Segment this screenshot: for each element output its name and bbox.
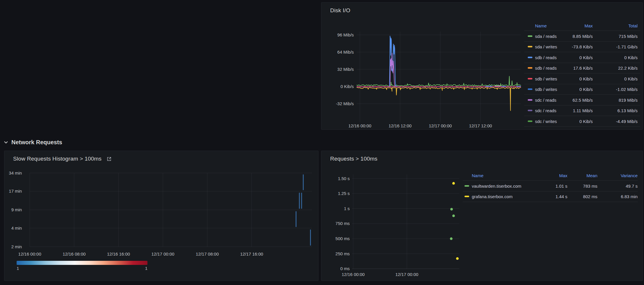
legend-name: sdc / reads bbox=[535, 97, 556, 102]
section-row-network-requests[interactable]: Network Requests bbox=[3, 138, 62, 147]
series-color-swatch bbox=[528, 99, 532, 101]
axis-tick-label: 4 min bbox=[11, 226, 22, 231]
series-line bbox=[357, 87, 521, 111]
external-link-icon[interactable] bbox=[106, 156, 112, 162]
legend-divider bbox=[463, 202, 638, 202]
legend-value: 802 ms bbox=[583, 194, 597, 199]
legend-header-mean[interactable]: Mean bbox=[586, 173, 597, 178]
grafana-dashboard: { "page": { "background": "#111217", "pa… bbox=[0, 0, 644, 285]
legend-value: 819 Mib/s bbox=[619, 97, 638, 102]
series-color-swatch bbox=[528, 57, 532, 58]
series-color-swatch bbox=[528, 67, 532, 69]
legend-name: sda / writes bbox=[535, 44, 557, 49]
axis-tick-label: 1 s bbox=[344, 206, 350, 211]
axis-tick-label: -32 Mib/s bbox=[336, 101, 354, 106]
axis-tick-label: 12/16 00:00 bbox=[18, 251, 41, 256]
series-color-swatch bbox=[464, 185, 469, 187]
legend-row[interactable]: sdc / writes0 Kib/s-4.49 Mib/s bbox=[524, 116, 640, 126]
scatter-point bbox=[450, 208, 453, 210]
axis-tick-label: 12/17 12:00 bbox=[469, 123, 492, 128]
series-color-swatch bbox=[528, 120, 532, 122]
chevron-down-icon[interactable] bbox=[3, 140, 8, 145]
legend-row[interactable]: sdb / writes0 Kib/s0 Kib/s bbox=[524, 73, 640, 84]
axis-tick-label: 12/16 00:00 bbox=[349, 123, 372, 128]
panel-title-requests[interactable]: Requests > 100ms bbox=[330, 156, 377, 162]
legend-header-name[interactable]: Name bbox=[472, 173, 483, 178]
legend-row[interactable]: sdc / reads62.5 Mib/s819 Mib/s bbox=[524, 94, 640, 105]
legend-value: -73.8 Kib/s bbox=[572, 44, 593, 49]
legend-row[interactable]: vaultwarden.tiserbox.com1.01 s783 ms49.7… bbox=[463, 180, 638, 191]
legend-header-variance[interactable]: Variance bbox=[621, 173, 638, 178]
series-color-swatch bbox=[528, 78, 532, 79]
legend-value: 0 Kib/s bbox=[579, 87, 593, 92]
legend-name: grafana.tiserbox.com bbox=[472, 194, 513, 199]
legend-name: sdb / writes bbox=[535, 87, 557, 92]
heatmap-cell bbox=[303, 175, 304, 190]
legend-value: -1.71 Gib/s bbox=[616, 44, 638, 49]
panel-title-slow-requests[interactable]: Slow Requests Histogram > 100ms bbox=[13, 156, 101, 162]
heatmap-cell bbox=[301, 193, 302, 209]
legend-name: sdb / reads bbox=[535, 66, 557, 71]
legend-header: NameMaxTotal bbox=[524, 21, 640, 31]
axis-tick-label: 12/17 16:00 bbox=[240, 251, 263, 256]
axis-tick-label: 32 Mib/s bbox=[337, 67, 354, 72]
axis-tick-label: 750 ms bbox=[335, 221, 350, 226]
series-color-swatch bbox=[528, 35, 532, 37]
axis-tick-label: 1.50 s bbox=[338, 176, 350, 181]
legend-value: -4.49 Mib/s bbox=[616, 119, 638, 124]
legend-row[interactable]: sdb / reads17.6 Kib/s22.2 Kib/s bbox=[524, 63, 640, 73]
legend-value: 715 Mib/s bbox=[619, 34, 638, 38]
axis-tick-label: 12/17 00:00 bbox=[152, 251, 175, 256]
legend-row[interactable]: grafana.tiserbox.com1.44 s802 ms6.83 min bbox=[463, 191, 638, 202]
series-line bbox=[357, 76, 521, 86]
panel-slow-requests-histogram: Slow Requests Histogram > 100ms 34 min17… bbox=[4, 151, 319, 281]
legend-value: 8.85 Mib/s bbox=[573, 34, 593, 38]
legend-value: 0 Kib/s bbox=[579, 55, 593, 60]
legend-value: 1.44 s bbox=[555, 194, 567, 199]
legend-row[interactable]: sdc / writes0 Kib/s-2.05 Mib/s bbox=[524, 126, 640, 129]
legend-row[interactable]: sda / writes-73.8 Kib/s-1.71 Gib/s bbox=[524, 41, 640, 52]
axis-tick-label: 12/16 16:00 bbox=[107, 251, 130, 256]
legend-name: sdc / writes bbox=[535, 119, 557, 124]
axis-tick-label: 12/17 00:00 bbox=[429, 123, 452, 128]
axis-tick-label: 17 min bbox=[9, 189, 22, 193]
axis-tick-label: 0 Kib/s bbox=[340, 84, 354, 89]
axis-tick-label: 500 ms bbox=[335, 236, 350, 241]
legend-value: -1.02 Mib/s bbox=[616, 87, 638, 92]
axis-tick-label: 12/17 08:00 bbox=[196, 251, 219, 256]
panel-requests: Requests > 100ms 1.50 s1.25 s1 s750 ms50… bbox=[321, 151, 643, 281]
legend-value: 6.83 min bbox=[621, 194, 638, 199]
series-color-swatch bbox=[528, 110, 532, 111]
legend-value: 62.5 Mib/s bbox=[573, 97, 593, 102]
requests-legend: NameMaxMeanVariancevaultwarden.tiserbox.… bbox=[463, 170, 638, 224]
heatmap-cell bbox=[299, 193, 300, 209]
legend-row[interactable]: sdc / reads1.11 Mib/s6.13 Mib/s bbox=[524, 105, 640, 116]
axis-tick-label: 12/17 00:00 bbox=[395, 272, 418, 277]
panel-header-slow-requests: Slow Requests Histogram > 100ms bbox=[13, 156, 112, 162]
legend-header-name[interactable]: Name bbox=[535, 23, 547, 28]
legend-name: sdb / writes bbox=[535, 76, 557, 81]
legend-header-max[interactable]: Max bbox=[559, 173, 567, 178]
axis-tick-label: 34 min bbox=[9, 170, 22, 175]
legend-value: 783 ms bbox=[583, 183, 597, 188]
disk-io-legend: NameMaxTotalsda / reads8.85 Mib/s715 Mib… bbox=[524, 21, 640, 129]
legend-row[interactable]: sdb / writes0 Kib/s-1.02 Mib/s bbox=[524, 84, 640, 95]
axis-tick-label: 0 ms bbox=[340, 266, 350, 271]
legend-value: 1.11 Mib/s bbox=[573, 108, 593, 113]
heatmap-colorbar bbox=[17, 261, 147, 265]
series-color-swatch bbox=[464, 196, 469, 197]
legend-header-max[interactable]: Max bbox=[585, 23, 593, 28]
legend-value: 17.6 Kib/s bbox=[573, 66, 593, 71]
axis-tick-label: 96 Mib/s bbox=[337, 32, 354, 37]
legend-row[interactable]: sdb / reads0 Kib/s0 Kib/s bbox=[524, 52, 640, 63]
legend-value: 1.01 s bbox=[555, 183, 567, 188]
legend-header-total[interactable]: Total bbox=[628, 23, 638, 28]
legend-name: vaultwarden.tiserbox.com bbox=[472, 183, 521, 188]
axis-tick-label: 64 Mib/s bbox=[337, 50, 354, 54]
legend-row[interactable]: sda / reads8.85 Mib/s715 Mib/s bbox=[524, 31, 640, 41]
axis-tick-label: 250 ms bbox=[335, 251, 350, 256]
series-color-swatch bbox=[528, 89, 532, 90]
section-title: Network Requests bbox=[11, 139, 62, 146]
heatmap-cell bbox=[295, 211, 296, 227]
panel-title-disk-io[interactable]: Disk I/O bbox=[330, 7, 350, 14]
